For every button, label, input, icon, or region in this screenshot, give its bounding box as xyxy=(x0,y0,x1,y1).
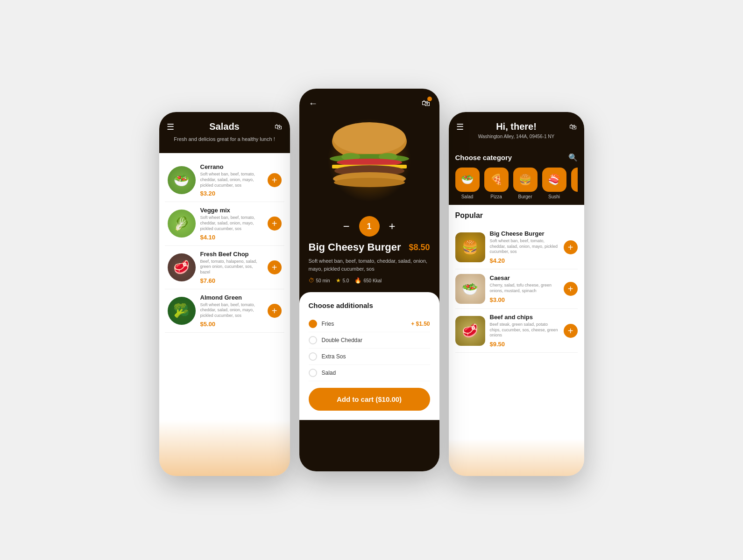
category-icon: 🍲 xyxy=(571,168,578,192)
addons-list: Fries + $1.50 Double Cheddar Extra Sos S… xyxy=(309,316,430,381)
category-icon: 🍕 xyxy=(484,168,509,192)
search-icon[interactable]: 🔍 xyxy=(568,153,578,162)
popular-item-info: Caesar Cherry, salad, tofu cheese, green… xyxy=(490,274,559,303)
food-item: 🥬 Vegge mix Soft wheet ban, beef, tomato… xyxy=(165,202,284,245)
increase-qty-button[interactable]: + xyxy=(389,220,396,233)
burger-name: Big Cheesy Burger xyxy=(309,241,401,253)
add-popular-button[interactable]: + xyxy=(564,282,578,296)
food-image: 🥬 xyxy=(168,210,196,238)
svg-point-9 xyxy=(334,178,405,187)
popular-item-desc: Cherry, salad, tofu cheese, green onions… xyxy=(490,283,559,294)
additionals-panel: Choose additionals Fries + $1.50 Double … xyxy=(299,292,439,420)
addon-item: Extra Sos xyxy=(309,349,430,365)
popular-item-info: Big Cheese Burger Soft wheet ban, beef, … xyxy=(490,230,559,264)
food-price: $3.20 xyxy=(200,190,263,197)
add-food-button[interactable]: + xyxy=(268,304,282,318)
popular-item-price: $3.00 xyxy=(490,296,559,303)
burger-time: 50 min xyxy=(316,278,330,283)
addon-name: Fries xyxy=(322,321,407,327)
menu-icon[interactable]: ☰ xyxy=(167,122,174,132)
popular-item-name: Caesar xyxy=(490,274,559,281)
home-location: Washington Alley, 144A, 09456-1 NY xyxy=(456,134,577,139)
burger-info: Big Cheesy Burger $8.50 Soft wheet ban, … xyxy=(299,241,439,288)
category-icon: 🍣 xyxy=(542,168,566,192)
popular-item-desc: Soft wheet ban, beef, tomato, cheddar, s… xyxy=(490,238,559,255)
food-desc: Soft wheet ban, beef, tomato, cheddar, s… xyxy=(200,302,263,319)
add-to-cart-button[interactable]: Add to cart ($10.00) xyxy=(309,388,430,411)
food-name: Vegge mix xyxy=(200,207,263,214)
popular-item: 🥗 Caesar Cherry, salad, tofu cheese, gre… xyxy=(455,269,578,309)
burger-price: $8.50 xyxy=(409,243,430,252)
categories-section: Choose category 🔍 🥗 Salad 🍕 Pizza 🍔 Burg… xyxy=(449,147,584,205)
addon-name: Salad xyxy=(322,370,430,376)
food-image: 🥩 xyxy=(168,253,196,281)
category-item[interactable]: 🥗 Salad xyxy=(455,168,480,199)
burger-hero xyxy=(299,109,439,211)
addon-radio[interactable] xyxy=(309,369,317,377)
cart-badge[interactable]: 🛍 xyxy=(422,98,430,108)
addon-item: Fries + $1.50 xyxy=(309,316,430,332)
time-icon: ⏱ xyxy=(309,277,314,284)
category-item[interactable]: 🍲 Soup xyxy=(571,168,578,199)
food-item: 🥦 Almond Green Soft wheet ban, beef, tom… xyxy=(165,289,284,333)
popular-section: Popular 🍔 Big Cheese Burger Soft wheet b… xyxy=(449,205,584,359)
food-info: Almond Green Soft wheet ban, beef, tomat… xyxy=(200,294,263,328)
add-popular-button[interactable]: + xyxy=(564,324,578,338)
burger-detail-phone: ← 🛍 xyxy=(299,89,439,471)
food-info: Cerrano Soft wheet ban, beef, tomato, ch… xyxy=(200,163,263,197)
salads-subtitle: Fresh and delicios great for a healthy l… xyxy=(167,136,283,143)
food-price: $5.00 xyxy=(200,321,263,328)
salads-title: Salads xyxy=(209,121,239,132)
salads-phone: ☰ Salads 🛍 Fresh and delicios great for … xyxy=(159,112,290,476)
category-label: Sushi xyxy=(548,194,560,199)
food-desc: Beef, tomato, halapeno, salad, green oni… xyxy=(200,259,263,275)
addon-price: + $1.50 xyxy=(411,321,430,327)
food-item: 🥩 Fresh Beef Chop Beef, tomato, halapeno… xyxy=(165,246,284,289)
addon-item: Salad xyxy=(309,365,430,381)
burger-calories: 650 Kkal xyxy=(363,278,382,283)
popular-title: Popular xyxy=(455,211,578,220)
popular-item-price: $9.50 xyxy=(490,341,559,348)
burger-visual xyxy=(323,120,416,200)
home-greeting: Hi, there! xyxy=(496,121,537,132)
food-image: 🥦 xyxy=(168,297,196,325)
home-cart-icon[interactable]: 🛍 xyxy=(569,123,577,131)
addon-name: Double Cheddar xyxy=(322,337,430,343)
food-image: 🥗 xyxy=(168,166,196,194)
categories-scroll: 🥗 Salad 🍕 Pizza 🍔 Burger 🍣 Sushi 🍲 Soup xyxy=(455,168,578,199)
burger-top-bar: ← 🛍 xyxy=(299,89,439,109)
popular-item: 🥩 Beef and chips Beef steak, green salad… xyxy=(455,309,578,353)
category-icon: 🥗 xyxy=(455,168,480,192)
popular-item-info: Beef and chips Beef steak, green salad, … xyxy=(490,314,559,348)
decrease-qty-button[interactable]: − xyxy=(343,220,349,233)
popular-item-image: 🥗 xyxy=(455,274,485,304)
fire-icon: 🔥 xyxy=(354,277,361,284)
additionals-title: Choose additionals xyxy=(309,301,430,309)
addon-radio[interactable] xyxy=(309,336,317,344)
category-item[interactable]: 🍕 Pizza xyxy=(484,168,509,199)
popular-list: 🍔 Big Cheese Burger Soft wheet ban, beef… xyxy=(455,225,578,353)
food-name: Almond Green xyxy=(200,294,263,301)
addon-radio[interactable] xyxy=(309,320,317,328)
add-food-button[interactable]: + xyxy=(268,217,282,231)
back-button[interactable]: ← xyxy=(309,98,318,109)
home-header: ☰ Hi, there! 🛍 Washington Alley, 144A, 0… xyxy=(449,112,584,147)
category-item[interactable]: 🍔 Burger xyxy=(513,168,538,199)
cart-icon[interactable]: 🛍 xyxy=(275,123,282,131)
category-label: Burger xyxy=(518,194,532,199)
food-desc: Soft wheet ban, beef, tomato, cheddar, s… xyxy=(200,172,263,188)
scene: ☰ Salads 🛍 Fresh and delicios great for … xyxy=(141,65,603,495)
add-food-button[interactable]: + xyxy=(268,173,282,187)
category-item[interactable]: 🍣 Sushi xyxy=(542,168,566,199)
food-info: Fresh Beef Chop Beef, tomato, halapeno, … xyxy=(200,251,263,284)
star-icon: ★ xyxy=(336,277,341,284)
add-food-button[interactable]: + xyxy=(268,260,282,274)
food-desc: Soft wheet ban, beef, tomato, cheddar, s… xyxy=(200,215,263,231)
category-label: Salad xyxy=(461,194,474,199)
food-item: 🥗 Cerrano Soft wheet ban, beef, tomato, … xyxy=(165,159,284,202)
burger-rating: 5.0 xyxy=(343,278,349,283)
add-popular-button[interactable]: + xyxy=(564,240,578,254)
addon-radio[interactable] xyxy=(309,352,317,361)
home-menu-icon[interactable]: ☰ xyxy=(456,122,464,132)
popular-item-image: 🥩 xyxy=(455,316,485,346)
